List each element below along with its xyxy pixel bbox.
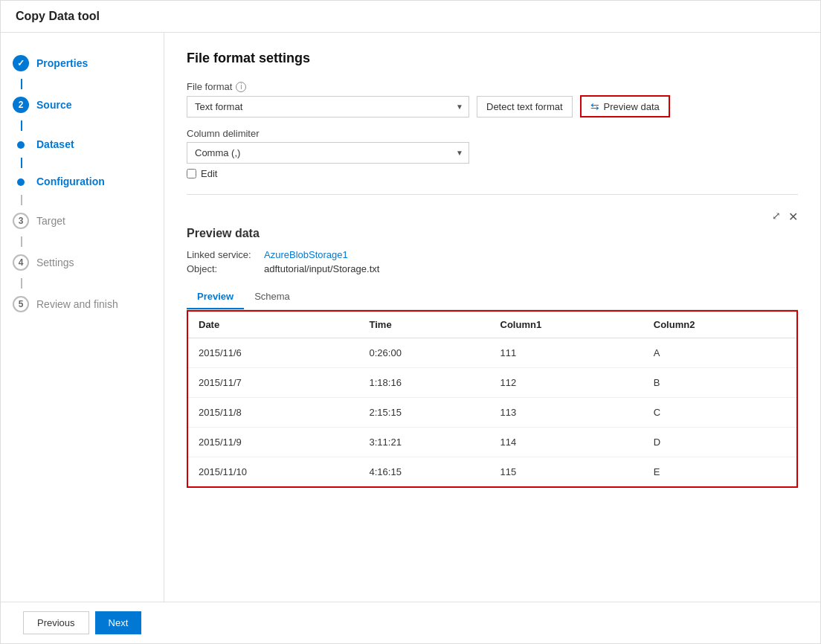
sidebar-label-configuration: Configuration [36, 176, 105, 187]
section-title: File format settings [187, 51, 798, 66]
table-cell: B [643, 368, 796, 398]
col-header-time: Time [359, 312, 490, 338]
sidebar-item-target[interactable]: 3 Target [1, 205, 164, 236]
table-row: 2015/11/104:16:15115E [188, 457, 796, 487]
next-button[interactable]: Next [95, 611, 142, 634]
object-row: Object: adftutorial/input/Storage.txt [187, 263, 798, 274]
linked-service-label: Linked service: [187, 249, 261, 260]
table-row: 2015/11/82:15:15113C [188, 398, 796, 428]
table-cell: 2:15:15 [359, 398, 490, 428]
file-format-select[interactable]: Text format [187, 96, 469, 117]
step-circle-source: 2 [13, 97, 29, 113]
table-cell: 115 [490, 457, 643, 487]
col-header-column1: Column1 [490, 312, 643, 338]
sidebar-item-review[interactable]: 5 Review and finish [1, 289, 164, 320]
link-icon: ⇆ [590, 100, 599, 112]
footer-buttons: Previous Next [1, 602, 820, 643]
table-row: 2015/11/60:26:00111A [188, 338, 796, 368]
preview-data-button[interactable]: ⇆ Preview data [580, 95, 670, 117]
previous-button[interactable]: Previous [23, 611, 89, 634]
tab-preview[interactable]: Preview [187, 285, 244, 309]
sidebar-item-properties[interactable]: ✓ Properties [1, 48, 164, 79]
connector-5 [21, 236, 22, 247]
linked-service-value: AzureBlobStorage1 [264, 249, 348, 260]
table-cell: 112 [490, 368, 643, 398]
sidebar-item-configuration[interactable]: Configuration [1, 168, 164, 195]
table-cell: 2015/11/10 [188, 457, 359, 487]
table-cell: 3:11:21 [359, 428, 490, 457]
connector-2 [21, 120, 22, 131]
col-header-column2: Column2 [643, 312, 796, 338]
file-format-label: File format i [187, 81, 798, 92]
step-circle-properties: ✓ [13, 55, 29, 71]
main-layout: ✓ Properties 2 Source Dataset [1, 33, 820, 602]
connector-4 [21, 195, 22, 205]
connector-3 [21, 158, 22, 168]
step-circle-settings: 4 [13, 254, 29, 271]
detect-text-format-button[interactable]: Detect text format [477, 96, 573, 117]
file-format-info-icon: i [236, 82, 246, 92]
sidebar-label-target: Target [36, 215, 65, 227]
table-cell: 4:16:15 [359, 457, 490, 487]
table-cell: D [643, 428, 796, 457]
table-header-row: Date Time Column1 Column2 [188, 312, 796, 338]
table-cell: A [643, 338, 796, 368]
sidebar: ✓ Properties 2 Source Dataset [1, 33, 164, 602]
column-delimiter-row: Column delimiter Comma (,) ▼ Edit [187, 128, 798, 179]
file-format-controls: Text format ▼ Detect text format ⇆ Previ… [187, 95, 798, 117]
edit-checkbox[interactable] [187, 169, 196, 178]
column-delimiter-select[interactable]: Comma (,) [187, 142, 469, 164]
sidebar-item-source[interactable]: 2 Source [1, 89, 164, 120]
sidebar-label-source: Source [36, 99, 71, 111]
sidebar-label-review: Review and finish [36, 298, 118, 310]
table-cell: 114 [490, 428, 643, 457]
column-delimiter-select-wrapper: Comma (,) ▼ [187, 142, 469, 164]
data-table-wrapper: Date Time Column1 Column2 2015/11/60:26:… [187, 310, 798, 488]
preview-section: ⤢ ✕ Preview data Linked service: AzureBl… [187, 194, 798, 488]
step-circle-review: 5 [13, 296, 29, 312]
table-cell: 2015/11/6 [188, 338, 359, 368]
table-row: 2015/11/93:11:21114D [188, 428, 796, 457]
table-cell: 2015/11/9 [188, 428, 359, 457]
connector-6 [21, 278, 22, 289]
object-value: adftutorial/input/Storage.txt [264, 263, 379, 274]
sidebar-label-properties: Properties [36, 57, 88, 69]
preview-header-controls: ⤢ ✕ [187, 210, 798, 224]
expand-icon[interactable]: ⤢ [772, 210, 781, 224]
app-header: Copy Data tool [1, 1, 820, 33]
content-area: File format settings File format i Text … [164, 33, 820, 602]
table-cell: 111 [490, 338, 643, 368]
table-cell: 0:26:00 [359, 338, 490, 368]
table-cell: C [643, 398, 796, 428]
tab-schema[interactable]: Schema [244, 285, 300, 309]
table-row: 2015/11/71:18:16112B [188, 368, 796, 398]
linked-service-row: Linked service: AzureBlobStorage1 [187, 249, 798, 260]
sidebar-label-settings: Settings [36, 257, 74, 268]
edit-checkbox-label[interactable]: Edit [201, 168, 217, 179]
file-format-select-wrapper: Text format ▼ [187, 96, 469, 117]
col-header-date: Date [188, 312, 359, 338]
app-title: Copy Data tool [16, 10, 100, 22]
preview-table: Date Time Column1 Column2 2015/11/60:26:… [188, 312, 796, 486]
preview-title: Preview data [187, 227, 798, 240]
edit-checkbox-row: Edit [187, 168, 798, 179]
table-cell: 1:18:16 [359, 368, 490, 398]
sidebar-item-dataset[interactable]: Dataset [1, 131, 164, 158]
table-cell: 2015/11/8 [188, 398, 359, 428]
table-cell: 113 [490, 398, 643, 428]
table-cell: 2015/11/7 [188, 368, 359, 398]
column-delimiter-label: Column delimiter [187, 128, 798, 139]
table-cell: E [643, 457, 796, 487]
step-circle-target: 3 [13, 213, 29, 229]
file-format-row: File format i Text format ▼ Detect text … [187, 81, 798, 117]
sidebar-label-dataset: Dataset [36, 138, 74, 150]
close-icon[interactable]: ✕ [788, 210, 798, 224]
sidebar-item-settings[interactable]: 4 Settings [1, 247, 164, 278]
table-body: 2015/11/60:26:00111A2015/11/71:18:16112B… [188, 338, 796, 487]
connector-1 [21, 79, 22, 89]
app-container: Copy Data tool ✓ Properties 2 Source Dat… [0, 0, 821, 644]
preview-tabs: Preview Schema [187, 285, 798, 310]
object-label: Object: [187, 263, 261, 274]
